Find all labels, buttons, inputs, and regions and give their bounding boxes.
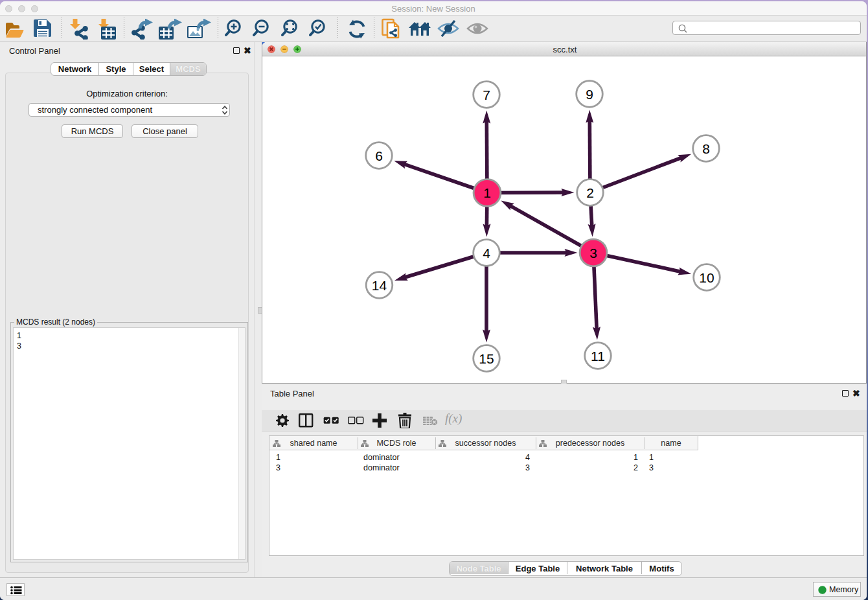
svg-text:6: 6	[375, 148, 383, 163]
svg-text:7: 7	[483, 87, 490, 102]
svg-text:4: 4	[483, 246, 490, 260]
svg-text:8: 8	[702, 141, 710, 156]
svg-text:1: 1	[483, 185, 491, 200]
svg-text:15: 15	[479, 351, 494, 366]
svg-text:3: 3	[589, 246, 597, 260]
svg-text:14: 14	[372, 278, 387, 293]
svg-text:2: 2	[586, 185, 594, 200]
svg-text:11: 11	[591, 349, 605, 363]
svg-text:10: 10	[699, 270, 714, 285]
svg-text:9: 9	[586, 87, 593, 102]
